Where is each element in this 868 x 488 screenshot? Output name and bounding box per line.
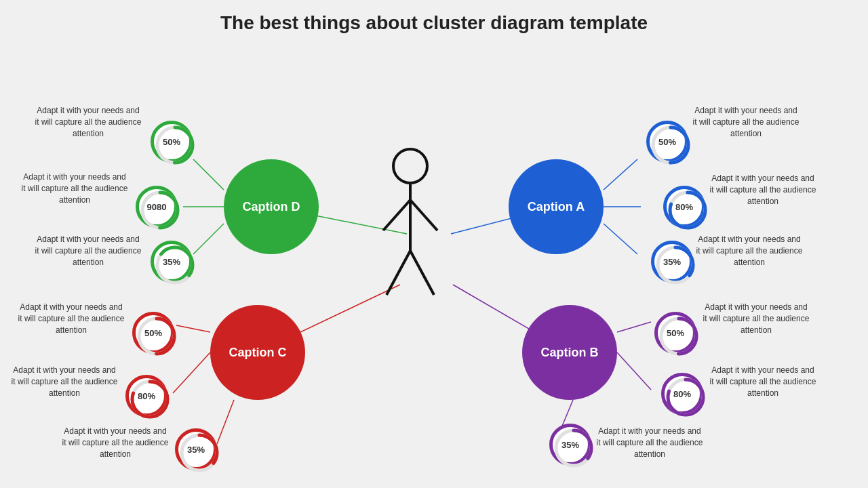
caption-a-label: Caption A	[528, 200, 585, 214]
main-content: Caption D Caption C Caption A Caption B …	[0, 41, 868, 488]
stat-c-3: 35%	[175, 428, 217, 470]
svg-line-6	[193, 224, 224, 254]
svg-point-16	[393, 149, 427, 183]
svg-line-4	[193, 159, 224, 190]
desc-c-2: Adapt it with your needs and it will cap…	[10, 365, 119, 399]
stat-d-2: 9080	[136, 186, 178, 228]
caption-a-circle: Caption A	[509, 159, 604, 254]
svg-line-10	[604, 159, 637, 190]
page-title: The best things about cluster diagram te…	[0, 0, 868, 41]
desc-c-3: Adapt it with your needs and it will cap…	[61, 426, 170, 460]
desc-b-1: Adapt it with your needs and it will cap…	[702, 302, 810, 336]
svg-line-20	[387, 251, 410, 295]
caption-c-label: Caption C	[229, 346, 287, 360]
stat-b-1-value: 50%	[667, 328, 684, 338]
svg-line-13	[617, 322, 651, 332]
desc-d-2: Adapt it with your needs and it will cap…	[20, 171, 129, 205]
stat-c-3-value: 35%	[187, 445, 205, 455]
stat-c-2: 80%	[125, 375, 167, 417]
caption-b-circle: Caption B	[522, 305, 617, 400]
stat-c-1: 50%	[132, 312, 174, 354]
svg-line-7	[176, 325, 210, 332]
stat-a-1-value: 50%	[658, 137, 676, 147]
stat-d-1-value: 50%	[163, 137, 180, 147]
desc-d-3: Adapt it with your needs and it will cap…	[34, 234, 142, 268]
stat-b-2: 80%	[661, 373, 703, 415]
svg-line-8	[173, 352, 210, 393]
stat-a-3-value: 35%	[663, 257, 681, 267]
stat-c-2-value: 80%	[138, 391, 155, 401]
stat-a-3: 35%	[651, 241, 693, 283]
stat-d-3: 35%	[151, 241, 193, 283]
desc-a-1: Adapt it with your needs and it will cap…	[692, 105, 800, 139]
desc-b-3: Adapt it with your needs and it will cap…	[595, 426, 704, 460]
stat-b-1: 50%	[654, 312, 696, 354]
caption-c-circle: Caption C	[210, 305, 305, 400]
svg-line-12	[604, 224, 637, 254]
svg-line-14	[617, 352, 651, 390]
stat-d-3-value: 35%	[163, 257, 180, 267]
stat-d-1: 50%	[151, 121, 193, 163]
stat-b-3-value: 35%	[561, 440, 579, 450]
desc-b-2: Adapt it with your needs and it will cap…	[709, 365, 817, 399]
caption-b-label: Caption B	[541, 346, 599, 360]
stat-b-2-value: 80%	[673, 389, 691, 399]
caption-d-circle: Caption D	[224, 159, 319, 254]
stat-a-2-value: 80%	[675, 202, 693, 212]
stat-c-1-value: 50%	[144, 328, 162, 338]
stat-b-3: 35%	[549, 424, 591, 466]
stat-d-2-value: 9080	[147, 202, 167, 212]
stat-a-2: 80%	[663, 186, 705, 228]
stat-a-1: 50%	[646, 121, 688, 163]
desc-a-3: Adapt it with your needs and it will cap…	[695, 234, 804, 268]
desc-c-1: Adapt it with your needs and it will cap…	[17, 302, 125, 336]
svg-line-21	[410, 251, 434, 295]
svg-line-18	[383, 200, 410, 230]
svg-line-19	[410, 200, 437, 230]
desc-d-1: Adapt it with your needs and it will cap…	[34, 105, 142, 139]
desc-a-2: Adapt it with your needs and it will cap…	[709, 173, 817, 207]
caption-d-label: Caption D	[243, 200, 300, 214]
person-figure	[373, 146, 448, 322]
